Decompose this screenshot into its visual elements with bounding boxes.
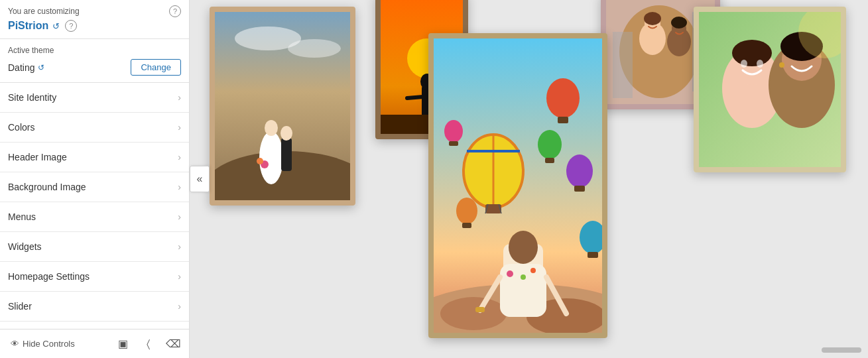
sidebar-item-homepage-settings[interactable]: Homepage Settings › [0, 262, 189, 292]
customizing-text: You are customizing [8, 7, 80, 16]
help-icon-top[interactable]: ? [169, 5, 181, 17]
preview-content [190, 0, 868, 358]
sidebar-menu: Site Identity › Colors › Header Image › … [0, 83, 189, 329]
sidebar: You are customizing ? PiStrion ↺ ? Activ… [0, 0, 190, 358]
svg-point-24 [530, 268, 536, 273]
sidebar-item-label-menus: Menus [8, 211, 36, 222]
chevron-right-icon-slider: › [178, 301, 181, 312]
preview-area [190, 0, 868, 358]
svg-point-46 [444, 120, 463, 143]
photo-frame-balloon [428, 33, 607, 338]
collapse-sidebar-button[interactable]: « [190, 166, 210, 192]
svg-point-42 [456, 198, 477, 224]
svg-point-2 [288, 39, 341, 58]
sidebar-item-label-widgets: Widgets [8, 241, 42, 252]
customizing-label-row: You are customizing ? [8, 5, 181, 17]
svg-point-4 [259, 131, 283, 184]
brand-row: PiStrion ↺ ? [8, 20, 181, 32]
mobile-view-button[interactable]: ⌫ [164, 335, 182, 353]
svg-rect-43 [462, 223, 471, 228]
theme-refresh-icon[interactable]: ↺ [38, 63, 44, 72]
sidebar-item-label-header-image: Header Image [8, 152, 67, 162]
chevron-right-icon-homepage-settings: › [178, 271, 181, 282]
sidebar-item-label-slider: Slider [8, 301, 32, 312]
sidebar-bottom-toolbar: 👁 Hide Controls ▣ 〈 ⌫ [0, 329, 189, 358]
svg-point-38 [538, 130, 562, 159]
svg-point-7 [280, 126, 292, 141]
svg-rect-57 [613, 32, 633, 98]
sidebar-item-colors[interactable]: Colors › [0, 113, 189, 143]
svg-rect-21 [500, 264, 546, 317]
svg-point-40 [566, 154, 593, 188]
sidebar-item-label-background-image: Background Image [8, 182, 86, 192]
chevron-right-icon-menus: › [178, 211, 181, 222]
svg-rect-28 [475, 307, 485, 312]
svg-rect-41 [574, 186, 585, 192]
svg-point-9 [257, 158, 263, 164]
preview-scrollbar[interactable] [822, 347, 861, 353]
eye-icon: 👁 [11, 339, 19, 349]
sidebar-item-label-site-identity: Site Identity [8, 92, 56, 103]
brand-name: PiStrion [8, 20, 48, 32]
svg-rect-39 [545, 158, 554, 163]
svg-point-61 [732, 40, 772, 66]
svg-point-67 [779, 62, 784, 68]
svg-point-63 [757, 60, 763, 68]
photo-frame-couple [694, 7, 846, 172]
svg-point-54 [644, 12, 661, 25]
svg-point-36 [546, 78, 580, 118]
sidebar-item-label-homepage-settings: Homepage Settings [8, 271, 90, 282]
theme-name: Dating [8, 62, 34, 73]
collapse-icon: « [197, 173, 203, 185]
change-theme-button[interactable]: Change [131, 59, 181, 76]
svg-point-44 [580, 221, 606, 254]
svg-point-18 [440, 297, 507, 330]
chevron-right-icon-widgets: › [178, 241, 181, 252]
active-theme-section: Active theme Dating ↺ Change [0, 39, 189, 83]
brand-refresh-icon[interactable]: ↺ [52, 21, 60, 31]
svg-rect-47 [449, 141, 458, 146]
svg-point-22 [507, 270, 513, 277]
theme-row: Dating ↺ Change [8, 59, 181, 76]
sidebar-item-menus[interactable]: Menus › [0, 202, 189, 232]
chevron-right-icon-site-identity: › [178, 92, 181, 103]
sidebar-item-site-identity[interactable]: Site Identity › [0, 83, 189, 113]
chevron-right-icon-header-image: › [178, 152, 181, 162]
active-theme-label: Active theme [8, 46, 181, 55]
photo-frame-wedding [210, 7, 355, 206]
sidebar-item-header-image[interactable]: Header Image › [0, 143, 189, 172]
svg-point-25 [509, 231, 538, 264]
hide-controls-button[interactable]: 👁 Hide Controls [7, 336, 79, 351]
hide-controls-label: Hide Controls [23, 339, 75, 349]
svg-point-5 [265, 120, 278, 136]
svg-rect-6 [281, 138, 292, 171]
desktop-view-button[interactable]: ▣ [113, 335, 132, 353]
chevron-right-icon-colors: › [178, 122, 181, 133]
svg-point-62 [741, 60, 747, 68]
sidebar-item-label-colors: Colors [8, 122, 34, 133]
sidebar-item-slider[interactable]: Slider › [0, 292, 189, 322]
sidebar-top-section: You are customizing ? PiStrion ↺ ? [0, 0, 189, 39]
sidebar-item-widgets[interactable]: Widgets › [0, 232, 189, 262]
help-icon-brand[interactable]: ? [65, 20, 77, 32]
tablet-view-button[interactable]: 〈 [139, 335, 157, 353]
chevron-right-icon-background-image: › [178, 182, 181, 192]
svg-rect-45 [588, 252, 598, 258]
svg-point-55 [671, 17, 687, 29]
sidebar-item-background-image[interactable]: Background Image › [0, 172, 189, 202]
svg-point-23 [521, 274, 526, 280]
theme-name-row: Dating ↺ [8, 62, 44, 73]
svg-rect-37 [558, 117, 568, 123]
